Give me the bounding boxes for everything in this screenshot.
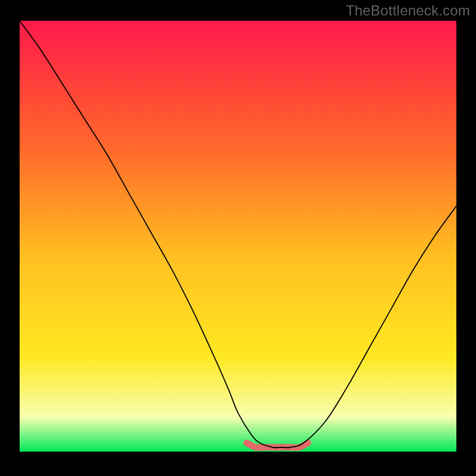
plot-area <box>20 21 456 452</box>
watermark-text: TheBottleneck.com <box>346 2 470 19</box>
gradient-background <box>20 21 456 452</box>
chart-svg <box>20 21 456 452</box>
chart-frame: TheBottleneck.com <box>0 0 476 476</box>
